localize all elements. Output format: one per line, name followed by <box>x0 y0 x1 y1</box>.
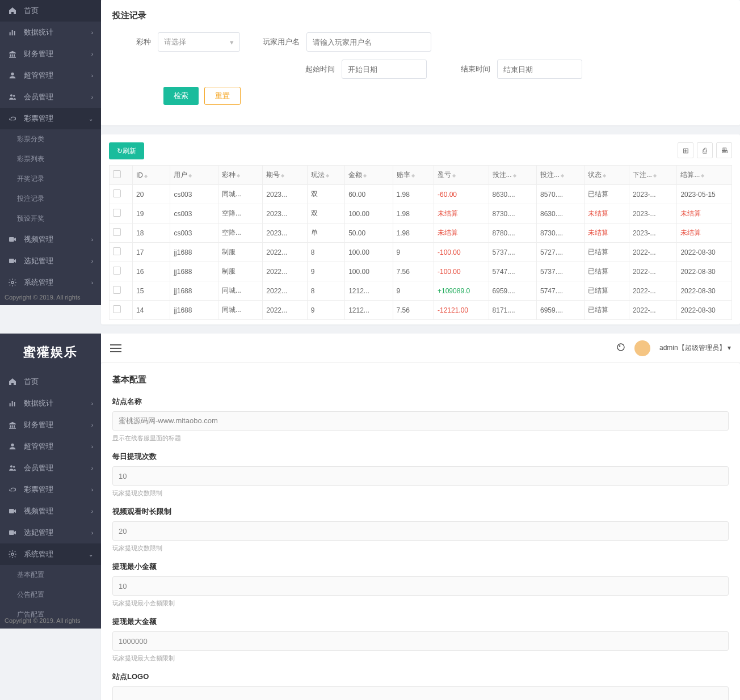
col-11[interactable]: 状态◆ <box>585 166 629 185</box>
config-input-3[interactable] <box>112 576 729 596</box>
svg-rect-16 <box>9 530 14 535</box>
sidebar-item-首页[interactable]: 首页 <box>0 371 101 393</box>
col-12[interactable]: 下注...◆ <box>629 166 676 185</box>
config-input-0[interactable] <box>112 411 729 431</box>
checkbox[interactable] <box>113 267 121 275</box>
print-icon[interactable]: 🖶 <box>716 142 732 158</box>
sidebar-sub-基本配置[interactable]: 基本配置 <box>0 565 101 585</box>
sidebar-item-label: 会员管理 <box>24 92 53 102</box>
col-6[interactable]: 金额◆ <box>345 166 393 185</box>
cell <box>110 185 133 204</box>
input-start-date[interactable] <box>342 60 427 79</box>
cell <box>110 224 133 243</box>
checkbox[interactable] <box>113 228 121 236</box>
input-username[interactable] <box>306 32 431 52</box>
chevron-right-icon: › <box>91 444 93 450</box>
table-row[interactable]: 19cs003空降...2023...双100.001.98未结算8730...… <box>110 204 732 224</box>
cell: 2023... <box>263 224 307 243</box>
cell: 5747.... <box>489 262 536 281</box>
sidebar-sub-彩票分类[interactable]: 彩票分类 <box>0 129 101 149</box>
cell: 同城... <box>218 301 262 320</box>
sort-icon: ◆ <box>363 173 367 178</box>
reset-button[interactable]: 重置 <box>204 87 241 105</box>
svg-point-18 <box>617 344 624 351</box>
col-5[interactable]: 玩法◆ <box>307 166 344 185</box>
sidebar-item-数据统计[interactable]: 数据统计› <box>0 22 101 43</box>
avatar[interactable] <box>633 339 651 357</box>
sidebar-item-会员管理[interactable]: 会员管理› <box>0 457 101 479</box>
col-13[interactable]: 结算...◆ <box>677 166 732 185</box>
checkbox[interactable] <box>113 189 121 197</box>
col-8[interactable]: 盈亏◆ <box>434 166 489 185</box>
sidebar-item-超管管理[interactable]: 超管管理› <box>0 65 101 86</box>
cell: 6959.... <box>489 281 536 301</box>
sidebar-sub-彩票列表[interactable]: 彩票列表 <box>0 149 101 169</box>
checkbox-all[interactable] <box>113 170 121 178</box>
sidebar-sub-预设开奖[interactable]: 预设开奖 <box>0 209 101 229</box>
input-end-date[interactable] <box>497 60 582 79</box>
export-icon[interactable]: ⎙ <box>697 142 713 158</box>
sidebar-item-彩票管理[interactable]: 彩票管理› <box>0 479 101 500</box>
svg-point-4 <box>10 94 12 96</box>
checkbox[interactable] <box>113 209 121 217</box>
sidebar-item-财务管理[interactable]: 财务管理› <box>0 414 101 436</box>
sidebar-item-视频管理[interactable]: 视频管理› <box>0 500 101 522</box>
svg-point-8 <box>11 281 14 284</box>
columns-icon[interactable]: ⊞ <box>678 142 693 158</box>
link-icon <box>8 485 18 494</box>
col-2[interactable]: 用户◆ <box>170 166 218 185</box>
col-7[interactable]: 赔率◆ <box>393 166 434 185</box>
table-row[interactable]: 15jj1688同城...2022...81212...9+109089.069… <box>110 281 732 301</box>
panel-title: 投注记录 <box>112 10 729 21</box>
search-button[interactable]: 检索 <box>163 87 199 105</box>
table-row[interactable]: 16jj1688制服2022...9100.007.56-100.005747.… <box>110 262 732 281</box>
table-row[interactable]: 14jj1688同城...2022...91212...7.56-12121.0… <box>110 301 732 320</box>
sort-icon: ◆ <box>144 174 148 179</box>
palette-icon[interactable] <box>616 343 625 353</box>
sidebar-item-选妃管理[interactable]: 选妃管理› <box>0 522 101 543</box>
cell: 未结算 <box>677 204 732 224</box>
col-9[interactable]: 投注...◆ <box>489 166 536 185</box>
menu-toggle-icon[interactable] <box>110 342 121 355</box>
sidebar-sub-公告配置[interactable]: 公告配置 <box>0 585 101 605</box>
cell: 7.56 <box>393 262 434 281</box>
sidebar-item-选妃管理[interactable]: 选妃管理› <box>0 250 101 272</box>
sidebar-item-会员管理[interactable]: 会员管理› <box>0 86 101 108</box>
sidebar-item-label: 选妃管理 <box>24 528 53 538</box>
config-input-1[interactable] <box>112 466 729 486</box>
sidebar-item-数据统计[interactable]: 数据统计› <box>0 393 101 414</box>
col-10[interactable]: 投注...◆ <box>537 166 585 185</box>
checkbox[interactable] <box>113 247 121 255</box>
sidebar-item-视频管理[interactable]: 视频管理› <box>0 229 101 250</box>
col-3[interactable]: 彩种◆ <box>218 166 262 185</box>
sidebar-item-系统管理[interactable]: 系统管理⌄ <box>0 543 101 565</box>
checkbox[interactable] <box>113 305 121 313</box>
sidebar-item-首页[interactable]: 首页 <box>0 0 101 22</box>
config-input-4[interactable] <box>112 631 729 651</box>
checkbox[interactable] <box>113 286 121 294</box>
sidebar-sub-投注记录[interactable]: 投注记录 <box>0 189 101 209</box>
sidebar-sub-开奖记录[interactable]: 开奖记录 <box>0 169 101 189</box>
table-row[interactable]: 20cs003同城...2023...双60.001.98-60.008630.… <box>110 185 732 204</box>
sidebar-item-彩票管理[interactable]: 彩票管理⌄ <box>0 108 101 129</box>
col-0[interactable] <box>110 166 133 185</box>
user-name[interactable]: admin【超级管理员】 ▾ <box>659 343 731 353</box>
table-row[interactable]: 18cs003空降...2023...单50.001.98未结算8780....… <box>110 224 732 243</box>
table-row[interactable]: 17jj1688制服2022...8100.009-100.005737....… <box>110 243 732 262</box>
sidebar-item-系统管理[interactable]: 系统管理› <box>0 272 101 293</box>
col-4[interactable]: 期号◆ <box>263 166 307 185</box>
cell: 20 <box>133 185 170 204</box>
sidebar-item-超管管理[interactable]: 超管管理› <box>0 436 101 457</box>
sidebar-item-label: 彩票管理 <box>24 484 53 495</box>
select-type[interactable]: 请选择 <box>158 32 240 52</box>
config-input-2[interactable] <box>112 521 729 541</box>
sidebar-item-财务管理[interactable]: 财务管理› <box>0 43 101 65</box>
chevron-right-icon: › <box>91 258 93 264</box>
cell: 空降... <box>218 204 262 224</box>
config-input-5[interactable] <box>112 686 729 700</box>
svg-rect-9 <box>10 403 11 406</box>
sidebar-item-label: 数据统计 <box>24 398 53 408</box>
refresh-button[interactable]: ↻ 刷新 <box>109 142 144 159</box>
col-1[interactable]: ID◆ <box>133 166 170 185</box>
cell: 2023-05-15 <box>677 185 732 204</box>
